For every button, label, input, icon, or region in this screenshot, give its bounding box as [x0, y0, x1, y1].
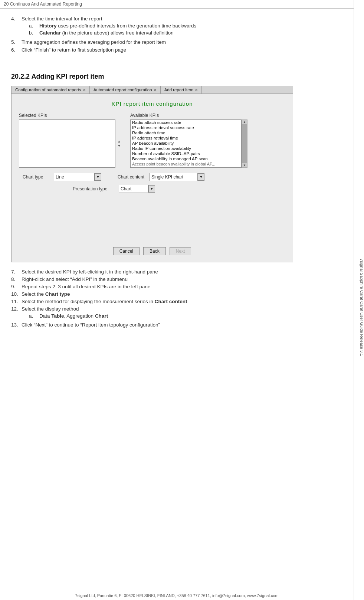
available-kpis-box[interactable]: Radio attach success rate IP address ret…: [130, 119, 242, 168]
list-item-5: 5. Time aggregation defines the averagin…: [11, 39, 334, 45]
instructions-list: 7. Select the desired KPI by left-clicki…: [11, 269, 334, 328]
kpi-item-6[interactable]: Radio IP connection availability: [131, 146, 241, 151]
section-heading: 20.2.2 Adding KPI report item: [11, 73, 334, 81]
sub-item-4b: b. Calendar (in the picture above) allow…: [29, 30, 196, 36]
avail-scroll-down-icon[interactable]: ▼: [243, 163, 246, 167]
list-item-7: 7. Select the desired KPI by left-clicki…: [11, 269, 334, 275]
dialog-tabs: Configuration of automated reports ✕ Aut…: [12, 86, 293, 94]
available-kpis-label: Available KPIs: [130, 113, 247, 118]
sub-item-12a: a. Data Table, Aggregation Chart: [29, 313, 108, 319]
presentation-type-arrow[interactable]: ▼: [148, 185, 155, 193]
selected-kpis-box[interactable]: [19, 119, 115, 168]
sub-list-4: a. History uses pre-defined intervals fr…: [29, 23, 196, 36]
close-icon-2[interactable]: ✕: [154, 88, 157, 92]
chart-content-arrow[interactable]: ▼: [198, 173, 204, 181]
dialog-tab-1: Configuration of automated reports ✕: [12, 86, 90, 94]
presentation-type-label: Presentation type: [73, 186, 114, 191]
dialog-buttons: Cancel Back Next: [19, 247, 285, 255]
next-button[interactable]: Next: [170, 247, 191, 255]
list-item-4: 4. Select the time interval for the repo…: [11, 16, 334, 37]
main-content: 4. Select the time interval for the repo…: [0, 9, 349, 337]
list-item-8: 8. Right-click and select “Add KPI” in t…: [11, 276, 334, 282]
available-kpis-section: Available KPIs Radio attach success rate…: [130, 113, 247, 168]
list-num-4: 4.: [11, 16, 22, 37]
presentation-type-value[interactable]: Chart: [119, 185, 148, 193]
kpi-item-1[interactable]: Radio attach success rate: [131, 120, 241, 125]
kpi-item-3[interactable]: Radio attach time: [131, 130, 241, 135]
dialog-box: Configuration of automated reports ✕ Aut…: [11, 86, 293, 262]
chart-type-label: Chart type: [23, 174, 49, 180]
scroll-down-icon[interactable]: ▼: [118, 144, 121, 148]
list-item-13: 13. Click “Next” to continue to “Report …: [11, 322, 334, 328]
chart-type-row: Chart type Line ▼ Chart content Single K…: [23, 173, 285, 181]
chart-content-label: Chart content: [118, 174, 144, 180]
chart-type-value[interactable]: Line: [54, 173, 95, 181]
chart-type-arrow[interactable]: ▼: [95, 173, 101, 181]
intro-list: 4. Select the time interval for the repo…: [11, 16, 334, 53]
list-text-4: Select the time interval for the report …: [22, 16, 196, 37]
kpi-row: Selected KPIs ▲ ▼ Available KP: [19, 113, 285, 168]
list-item-10: 10. Select the Chart type: [11, 291, 334, 297]
chart-content-select[interactable]: Single KPI chart ▼: [150, 173, 204, 181]
dialog-tab-3: Add report item ✕: [161, 86, 202, 94]
top-bar: 20 Continuos And Automated Reporting 81: [0, 0, 364, 9]
selected-kpis-section: Selected KPIs ▲ ▼: [19, 113, 123, 168]
chapter-title: 20 Continuos And Automated Reporting: [4, 1, 82, 7]
kpi-item-7[interactable]: Number of available SSID–AP-pairs: [131, 151, 241, 156]
back-button[interactable]: Back: [143, 247, 166, 255]
close-icon-1[interactable]: ✕: [83, 88, 86, 92]
kpi-item-5[interactable]: AP beacon availability: [131, 141, 241, 146]
footer: 7signal Ltd, Panuntie 6, FI-00620 HELSIN…: [0, 591, 354, 600]
list-item-12: 12. Select the display method a. Data Ta…: [11, 306, 334, 320]
cancel-button[interactable]: Cancel: [113, 247, 140, 255]
kpi-item-8[interactable]: Beacon availability in managed AP scan: [131, 156, 241, 161]
dialog-body: KPI report item configuration Selected K…: [12, 94, 293, 262]
dialog-title: KPI report item configuration: [19, 101, 285, 107]
chart-type-select[interactable]: Line ▼: [54, 173, 101, 181]
sub-item-4a: a. History uses pre-defined intervals fr…: [29, 23, 196, 29]
kpi-item-9[interactable]: Access point beacon availability in glob…: [131, 161, 241, 167]
side-label-vertical: 7signal Sapphire Carat Carat User Guide …: [354, 0, 364, 600]
chart-content-value[interactable]: Single KPI chart: [150, 173, 198, 181]
dialog-tab-2: Automated report configuration ✕: [90, 86, 161, 94]
list-item-9: 9. Repeat steps 2–3 until all desired KP…: [11, 284, 334, 289]
close-icon-3[interactable]: ✕: [195, 88, 198, 92]
selected-kpis-label: Selected KPIs: [19, 113, 123, 118]
presentation-type-row: Presentation type Chart ▼: [73, 185, 285, 193]
list-item-6: 6. Click “Finish” to return to first sub…: [11, 47, 334, 53]
scroll-up-icon[interactable]: ▲: [118, 140, 121, 143]
avail-scroll-up-icon[interactable]: ▲: [243, 120, 246, 124]
kpi-item-2[interactable]: IP address retrieval success rate: [131, 125, 241, 130]
list-item-11: 11. Select the method for displaying the…: [11, 299, 334, 304]
kpi-item-4[interactable]: IP address retrieval time: [131, 135, 241, 141]
presentation-type-select[interactable]: Chart ▼: [119, 185, 155, 193]
